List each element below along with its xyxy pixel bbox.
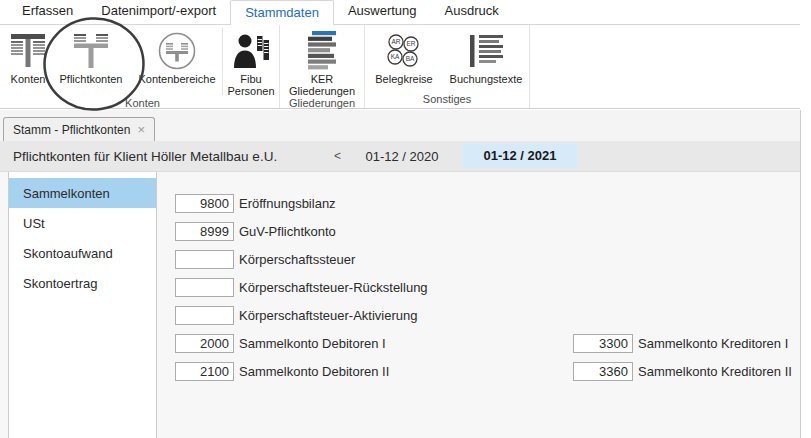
pflichtkonten-icon xyxy=(74,33,108,69)
period-2021-button-selected[interactable]: 01-12 / 2021 xyxy=(462,144,578,168)
field-row: Sammelkonto Kreditoren II xyxy=(573,362,792,381)
ker-gliederungen-button[interactable]: KER Gliederungen xyxy=(280,25,364,97)
koerperschaftsteuer-rueckstellung-input[interactable] xyxy=(175,278,234,297)
document-tab-label: Stamm - Pflichtkonten xyxy=(13,123,130,137)
close-icon[interactable]: × xyxy=(137,123,145,136)
document-tab-strip: Stamm - Pflichtkonten × xyxy=(0,110,800,141)
field-label: Sammelkonto Debitoren II xyxy=(239,364,389,379)
ribbon-group-konten: Konten Pflichtkonten xyxy=(6,25,280,108)
sidebar-item-ust[interactable]: USt xyxy=(9,208,156,238)
belegkreise-icon: AR ER KA BA xyxy=(383,33,425,69)
ribbon-group-sonstiges: AR ER KA BA Belegkreise xyxy=(365,25,530,108)
sidebar: Sammelkonten USt Skontoaufwand Skontoert… xyxy=(8,172,157,438)
kontenbereiche-icon xyxy=(157,31,197,71)
menu-tab-stammdaten[interactable]: Stammdaten xyxy=(230,0,334,25)
pflichtkonten-button[interactable]: Pflichtkonten xyxy=(50,25,132,97)
header-bar: Pflichtkonten für Klient Höller Metallba… xyxy=(0,141,800,172)
field-row: Körperschaftsteuer-Aktivierung xyxy=(175,306,417,325)
konten-icon xyxy=(11,33,45,69)
field-label: Sammelkonto Kreditoren II xyxy=(638,364,792,379)
ribbon-item-label: Belegkreise xyxy=(375,73,432,85)
field-row: Sammelkonto Debitoren II xyxy=(175,362,389,381)
ribbon-item-label: Fibu Personen xyxy=(223,73,279,97)
kontenbereiche-button[interactable]: Kontenbereiche xyxy=(132,25,222,97)
menu-bar: Erfassen Datenimport/-export Stammdaten … xyxy=(0,0,800,25)
koerperschaftsteuer-aktivierung-input[interactable] xyxy=(175,306,234,325)
belegkreis-badge-ar: AR xyxy=(391,38,400,45)
application-window: Erfassen Datenimport/-export Stammdaten … xyxy=(0,0,811,438)
menu-tab-auswertung[interactable]: Auswertung xyxy=(334,0,431,24)
fibu-personen-button[interactable]: Fibu Personen xyxy=(223,25,279,97)
field-row: Sammelkonto Debitoren I xyxy=(175,334,386,353)
ribbon-group-label-konten: Konten xyxy=(6,97,279,111)
ribbon-group-label-sonstiges: Sonstiges xyxy=(365,93,529,108)
sammelkonto-debitoren-1-input[interactable] xyxy=(175,334,234,353)
ribbon-item-label: Pflichtkonten xyxy=(60,73,123,85)
sammelkonto-debitoren-2-input[interactable] xyxy=(175,362,234,381)
belegkreis-badge-ba: BA xyxy=(406,55,415,62)
menu-tab-ausdruck[interactable]: Ausdruck xyxy=(431,0,513,24)
field-label: Körperschaftssteuer xyxy=(239,252,355,267)
ribbon-item-label: KER Gliederungen xyxy=(280,73,364,97)
content-area: Sammelkonten USt Skontoaufwand Skontoert… xyxy=(0,172,800,438)
ribbon-group-label-gliederungen: Gliederungen xyxy=(280,97,364,111)
previous-period-button[interactable]: < xyxy=(328,141,347,172)
sidebar-item-sammelkonten[interactable]: Sammelkonten xyxy=(9,178,156,208)
menu-tab-erfassen[interactable]: Erfassen xyxy=(8,0,87,24)
buchungstexte-button[interactable]: Buchungstexte xyxy=(443,25,529,93)
period-2020-button[interactable]: 01-12 / 2020 xyxy=(362,141,442,172)
field-row: GuV-Pflichtkonto xyxy=(175,222,336,241)
field-label: Sammelkonto Debitoren I xyxy=(239,336,386,351)
ribbon-item-label: Konten xyxy=(11,73,46,85)
field-label: Körperschaftsteuer-Rückstellung xyxy=(239,280,428,295)
ribbon-item-label: Buchungstexte xyxy=(450,73,523,85)
field-label: GuV-Pflichtkonto xyxy=(239,224,336,239)
document-tab-stamm-pflichtkonten[interactable]: Stamm - Pflichtkonten × xyxy=(3,117,155,141)
fibu-personen-icon xyxy=(232,32,270,70)
ribbon-item-label: Kontenbereiche xyxy=(138,73,215,85)
field-row: Eröffnungsbilanz xyxy=(175,194,336,213)
sidebar-item-skontoaufwand[interactable]: Skontoaufwand xyxy=(9,238,156,268)
field-row: Sammelkonto Kreditoren I xyxy=(573,334,788,353)
guv-pflichtkonto-input[interactable] xyxy=(175,222,234,241)
ribbon: Konten Pflichtkonten xyxy=(0,25,800,109)
belegkreise-button[interactable]: AR ER KA BA Belegkreise xyxy=(365,25,443,93)
eroeffnungsbilanz-input[interactable] xyxy=(175,194,234,213)
window-right-border xyxy=(800,110,801,438)
sammelkonto-kreditoren-1-input[interactable] xyxy=(573,334,633,353)
field-label: Eröffnungsbilanz xyxy=(239,196,336,211)
belegkreis-badge-er: ER xyxy=(406,40,415,47)
page-title: Pflichtkonten für Klient Höller Metallba… xyxy=(13,141,277,172)
belegkreis-badge-ka: KA xyxy=(391,53,400,60)
field-label: Körperschaftsteuer-Aktivierung xyxy=(239,308,417,323)
koerperschaftssteuer-input[interactable] xyxy=(175,250,234,269)
ribbon-group-gliederungen: KER Gliederungen Gliederungen xyxy=(280,25,365,108)
field-row: Körperschaftssteuer xyxy=(175,250,355,269)
sammelkonto-kreditoren-2-input[interactable] xyxy=(573,362,633,381)
field-label: Sammelkonto Kreditoren I xyxy=(638,336,788,351)
menu-tab-datenimport-export[interactable]: Datenimport/-export xyxy=(87,0,230,24)
ker-gliederungen-icon xyxy=(306,31,338,71)
sidebar-item-skontoertrag[interactable]: Skontoertrag xyxy=(9,268,156,298)
field-row: Körperschaftsteuer-Rückstellung xyxy=(175,278,428,297)
konten-button[interactable]: Konten xyxy=(6,25,50,97)
buchungstexte-icon xyxy=(467,34,505,68)
